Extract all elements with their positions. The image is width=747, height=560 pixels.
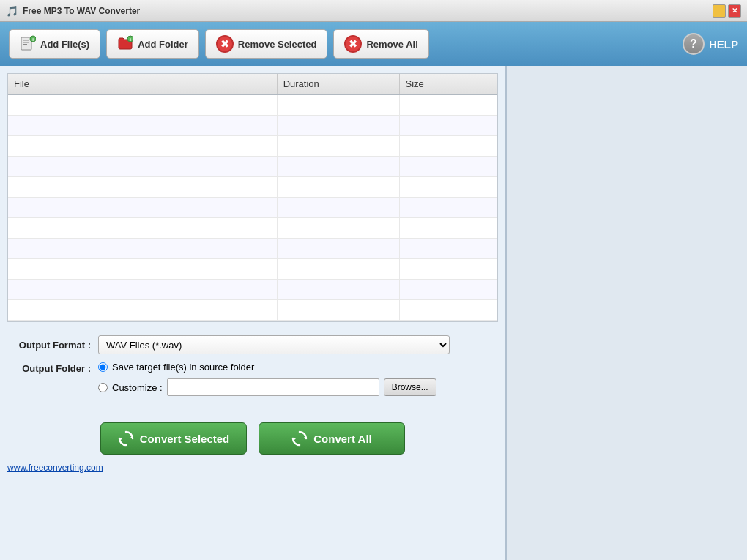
footer-link[interactable]: www.freeconverting.com xyxy=(7,463,103,473)
col-file: File xyxy=(8,74,277,94)
close-button[interactable]: ✕ xyxy=(728,4,741,18)
left-panel: File Duration Size xyxy=(0,66,505,560)
convert-row: Convert Selected Convert All xyxy=(7,422,498,455)
table-row[interactable] xyxy=(8,135,497,156)
right-panel xyxy=(505,66,747,560)
format-row: Output Format : WAV Files (*.wav) xyxy=(10,335,495,354)
file-table: File Duration Size xyxy=(8,74,497,321)
add-folder-icon: + xyxy=(117,35,133,53)
remove-all-button[interactable]: ✖ Remove All xyxy=(333,29,428,59)
customize-label[interactable]: Customize : xyxy=(112,382,163,393)
table-row[interactable] xyxy=(8,258,497,279)
remove-all-icon: ✖ xyxy=(344,35,362,53)
output-section: Output Format : WAV Files (*.wav) Output… xyxy=(7,329,498,409)
table-row[interactable] xyxy=(8,299,497,320)
convert-selected-label: Convert Selected xyxy=(140,433,230,445)
footer: www.freeconverting.com xyxy=(7,462,498,473)
table-row[interactable] xyxy=(8,115,497,135)
table-header-row: File Duration Size xyxy=(8,74,497,94)
add-files-label: Add File(s) xyxy=(40,39,89,50)
folder-options: Save target file(s) in source folder Cus… xyxy=(98,362,436,396)
format-label: Output Format : xyxy=(10,340,91,351)
app-icon: 🎵 xyxy=(6,5,18,17)
convert-all-button[interactable]: Convert All xyxy=(259,422,405,455)
title-bar: 🎵 Free MP3 To WAV Converter ✕ xyxy=(0,0,747,22)
convert-all-label: Convert All xyxy=(313,433,371,445)
format-select[interactable]: WAV Files (*.wav) xyxy=(98,335,450,354)
toolbar: + Add File(s) + Add Folder ✖ Remove Sele… xyxy=(0,22,747,66)
title-bar-controls: ✕ xyxy=(713,4,741,18)
minimize-button[interactable] xyxy=(713,4,726,18)
svg-rect-1 xyxy=(23,40,29,41)
save-source-row: Save target file(s) in source folder xyxy=(98,362,436,373)
main-area: File Duration Size xyxy=(0,66,747,560)
help-icon: ? xyxy=(683,33,705,55)
help-button[interactable]: ? HELP xyxy=(683,33,738,55)
table-row[interactable] xyxy=(8,279,497,299)
add-files-button[interactable]: + Add File(s) xyxy=(9,29,100,59)
svg-rect-3 xyxy=(23,44,27,45)
add-files-icon: + xyxy=(20,35,36,53)
col-duration: Duration xyxy=(277,74,399,94)
svg-text:+: + xyxy=(31,36,35,42)
add-folder-label: Add Folder xyxy=(138,39,188,50)
col-size: Size xyxy=(399,74,497,94)
table-row[interactable] xyxy=(8,94,497,115)
save-source-radio[interactable] xyxy=(98,362,108,372)
table-row[interactable] xyxy=(8,197,497,217)
table-row[interactable] xyxy=(8,217,497,238)
convert-selected-icon xyxy=(118,430,134,447)
remove-all-label: Remove All xyxy=(366,39,417,50)
save-source-label[interactable]: Save target file(s) in source folder xyxy=(112,362,254,373)
remove-selected-icon: ✖ xyxy=(216,35,234,53)
title-bar-left: 🎵 Free MP3 To WAV Converter xyxy=(6,5,140,17)
table-row[interactable] xyxy=(8,176,497,197)
svg-text:+: + xyxy=(129,36,133,42)
file-table-container: File Duration Size xyxy=(7,73,498,322)
table-row[interactable] xyxy=(8,238,497,258)
convert-selected-button[interactable]: Convert Selected xyxy=(100,422,247,455)
browse-button[interactable]: Browse... xyxy=(384,378,436,396)
remove-selected-label: Remove Selected xyxy=(238,39,317,50)
app-title: Free MP3 To WAV Converter xyxy=(23,6,140,16)
convert-all-icon xyxy=(291,430,308,447)
customize-row: Customize : Browse... xyxy=(98,378,436,396)
remove-selected-button[interactable]: ✖ Remove Selected xyxy=(205,29,328,59)
customize-radio[interactable] xyxy=(98,383,108,392)
help-label: HELP xyxy=(709,38,738,51)
customize-input[interactable] xyxy=(167,378,379,396)
folder-label: Output Folder : xyxy=(10,362,91,374)
table-row[interactable] xyxy=(8,156,497,176)
add-folder-button[interactable]: + Add Folder xyxy=(106,29,199,59)
folder-row: Output Folder : Save target file(s) in s… xyxy=(10,362,495,396)
svg-rect-2 xyxy=(23,42,29,43)
